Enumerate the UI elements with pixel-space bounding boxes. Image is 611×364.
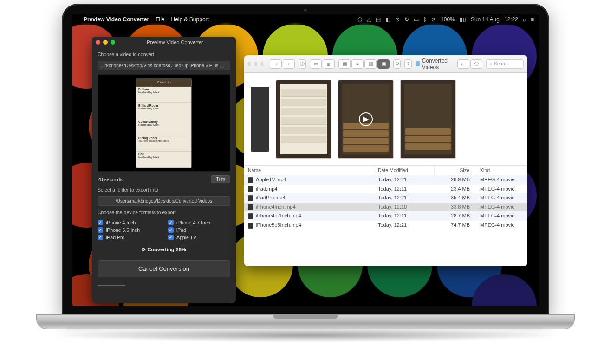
spotlight-icon[interactable]: ⌕ <box>523 16 526 23</box>
view-list-button[interactable]: ≡ <box>351 59 364 69</box>
video-preview[interactable]: Clued Up BallroomNot held by Mark Billia… <box>98 74 230 172</box>
nav-back-button[interactable]: ‹ <box>270 59 282 69</box>
checkbox-checked-icon: ✓ <box>168 227 174 233</box>
table-row[interactable]: iPad.mp4Today, 12:1123.4 MBMPEG-4 movie <box>244 185 527 194</box>
col-modified[interactable]: Date Modified <box>374 166 435 175</box>
thumbnail[interactable] <box>276 80 332 159</box>
battery-percent[interactable]: 100% <box>441 16 455 23</box>
zoom-icon[interactable] <box>261 62 264 66</box>
converter-titlebar[interactable]: Preview Video Converter <box>92 37 236 48</box>
close-icon[interactable] <box>248 62 251 66</box>
converter-title: Preview Video Converter <box>118 39 232 45</box>
finder-search-input[interactable]: ⌕ Search <box>486 59 524 69</box>
timemachine-icon[interactable]: ↻ <box>404 16 409 23</box>
file-icon <box>248 177 253 183</box>
finder-folder-title: Converted Videos <box>422 57 450 70</box>
col-size[interactable]: Size <box>435 166 476 175</box>
finder-list-header[interactable]: Name Date Modified Size Kind <box>244 166 527 175</box>
col-name[interactable]: Name <box>244 166 374 175</box>
col-kind[interactable]: Kind <box>476 166 527 175</box>
input-path-field[interactable]: ...rkbridges/Desktop/Vids.boards/Clued U… <box>98 61 230 70</box>
file-icon <box>248 204 253 210</box>
menu-extra-icon[interactable]: ⊙ <box>395 16 400 23</box>
new-folder-icon[interactable]: ▭ <box>310 59 322 69</box>
trash-icon[interactable]: 🗑 <box>323 59 335 69</box>
minimize-icon[interactable] <box>103 40 108 45</box>
cancel-conversion-button[interactable]: Cancel Conversion <box>98 260 230 277</box>
finder-window: ‹ › ⓘ ▭ 🗑 ▦ ≡ ▥ ▣ ⚙ ⇪ <box>244 55 527 266</box>
finder-gallery[interactable] <box>244 73 527 166</box>
checkbox-checked-icon: ✓ <box>98 235 103 240</box>
thumbnail-selected[interactable] <box>338 80 394 159</box>
checkbox-checked-icon: ✓ <box>98 220 103 225</box>
gdrive-icon[interactable]: △ <box>367 16 371 23</box>
checkbox-checked-icon: ✓ <box>168 235 174 240</box>
table-row[interactable]: iPadPro.mp4Today, 12:2135.4 MBMPEG-4 mov… <box>244 193 527 203</box>
menubar-date[interactable]: Sun 14 Aug <box>471 16 500 23</box>
preview-heading: Clued Up <box>136 78 191 87</box>
terminal-icon[interactable]: ›_ <box>457 59 469 69</box>
battery-icon[interactable]: ▮▯ <box>460 16 466 23</box>
table-row[interactable]: iPhone4Inch.mp4Today, 12:1033.8 MBMPEG-4… <box>244 203 527 212</box>
info-icon[interactable]: ⓘ <box>299 59 306 69</box>
choose-video-label: Choose a video to convert <box>98 51 230 57</box>
video-duration: 28 seconds <box>98 177 208 182</box>
thumbnail[interactable] <box>400 80 456 159</box>
view-columns-button[interactable]: ▥ <box>364 59 377 69</box>
display-icon[interactable]: ▭ <box>414 16 419 23</box>
dropbox-tb-icon[interactable]: ⬠ <box>470 59 482 69</box>
format-checkbox[interactable]: ✓iPhone 4 Inch <box>98 220 160 225</box>
laptop-camera <box>304 9 307 12</box>
file-icon <box>248 186 253 192</box>
menubar-app-name[interactable]: Preview Video Converter <box>84 16 149 23</box>
arrange-icon[interactable]: ⚙ <box>393 59 401 69</box>
view-gallery-button[interactable]: ▣ <box>377 59 390 69</box>
macos-menubar: Preview Video Converter File Help & Supp… <box>72 14 539 25</box>
trim-button[interactable]: Trim <box>211 175 230 183</box>
wifi-icon[interactable]: ⊚ <box>431 16 436 23</box>
close-icon[interactable] <box>96 40 100 45</box>
format-checkbox[interactable]: ✓iPad <box>168 227 230 233</box>
view-icons-button[interactable]: ▦ <box>338 59 351 69</box>
dropbox-icon[interactable]: ⬠ <box>358 16 362 23</box>
folder-icon <box>416 61 420 66</box>
menu-extra-icon[interactable]: ◧ <box>385 16 390 23</box>
checkbox-checked-icon: ✓ <box>168 220 174 225</box>
notification-center-icon[interactable]: ≡ <box>531 16 534 23</box>
table-row[interactable]: iPhone4p7Inch.mp4Today, 12:1128.7 MBMPEG… <box>244 211 527 221</box>
file-icon <box>248 223 253 229</box>
menubar-help[interactable]: Help & Support <box>171 16 209 23</box>
nav-forward-button[interactable]: › <box>283 59 295 69</box>
table-row[interactable]: iPhone5p5Inch.mp4Today, 12:2174.7 MBMPEG… <box>244 221 527 230</box>
conversion-status: ⟳ Converting 26% <box>98 247 230 253</box>
file-icon <box>248 213 253 219</box>
zoom-icon[interactable] <box>110 40 115 45</box>
format-checkbox[interactable]: ✓iPhone 4.7 Inch <box>168 220 230 225</box>
share-icon[interactable]: ⇪ <box>404 59 412 69</box>
search-icon: ⌕ <box>489 61 492 66</box>
format-checkbox[interactable]: ✓iPad Pro <box>98 235 160 240</box>
scroll-indicator[interactable] <box>98 285 125 286</box>
minimize-icon[interactable] <box>254 62 257 66</box>
checkbox-checked-icon: ✓ <box>98 227 103 233</box>
formats-label: Choose the device formats to export <box>98 210 230 215</box>
format-checkbox[interactable]: ✓Apple TV <box>168 235 230 240</box>
menu-extra-icon[interactable]: ▤ <box>376 16 381 23</box>
export-path-field[interactable]: /Users/markbridges/Desktop/Converted Vid… <box>98 196 230 206</box>
finder-toolbar: ‹ › ⓘ ▭ 🗑 ▦ ≡ ▥ ▣ ⚙ ⇪ <box>244 55 527 73</box>
thumbnail[interactable] <box>251 87 269 152</box>
bluetooth-icon[interactable]: ᛒ <box>423 16 427 23</box>
format-checkbox[interactable]: ✓iPhone 5.5 Inch <box>98 227 160 233</box>
menubar-file[interactable]: File <box>156 16 164 23</box>
table-row[interactable]: AppleTV.mp4Today, 12:2128.9 MBMPEG-4 mov… <box>244 175 527 185</box>
converter-window: Preview Video Converter Choose a video t… <box>92 37 236 303</box>
export-folder-label: Select a folder to export into <box>98 187 230 192</box>
menubar-time[interactable]: 12:22 <box>504 16 518 23</box>
file-icon <box>248 195 253 201</box>
